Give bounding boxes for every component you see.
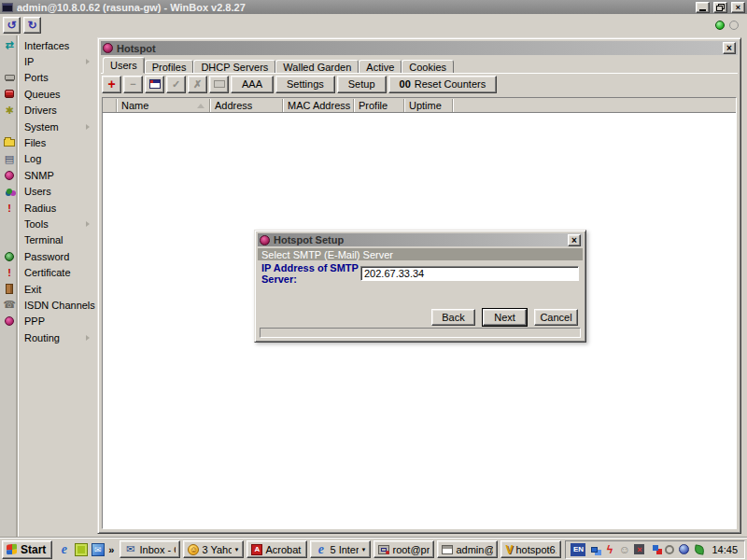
cross-icon: ✗ — [193, 78, 202, 91]
sidebar-item-files[interactable]: Files — [0, 134, 94, 150]
squares-app-icon[interactable] — [648, 543, 660, 555]
sidebar-item-system[interactable]: System — [0, 119, 94, 134]
sidebar-item-interfaces[interactable]: ⇄ Interfaces — [0, 37, 94, 53]
disconnected-app-icon[interactable]: × — [633, 543, 645, 555]
undo-icon: ↺ — [7, 19, 16, 32]
taskbar-button-inbox[interactable]: ✉ Inbox - O... — [120, 540, 180, 558]
hotspot-close-button[interactable]: × — [723, 42, 736, 54]
enable-button[interactable]: ✓ — [166, 76, 186, 93]
sidebar-item-isdn-channels[interactable]: ☎ ISDN Channels — [0, 297, 94, 313]
reset-counters-button[interactable]: 00 Reset Counters — [388, 76, 498, 93]
submenu-arrow-icon — [86, 124, 90, 130]
column-header-profile[interactable]: Profile — [354, 99, 404, 112]
red-x-icon: × — [634, 544, 644, 554]
network-connections-icon[interactable] — [588, 543, 600, 555]
taskbar-button-label: hotspot6.... — [515, 544, 557, 555]
hotspot-tabs: Users Profiles DHCP Servers Walled Garde… — [101, 57, 738, 74]
sidebar-item-ppp[interactable]: PPP — [0, 314, 94, 329]
column-label: MAC Address — [288, 100, 350, 111]
sidebar-item-log[interactable]: ▤ Log — [0, 151, 94, 167]
tab-profiles[interactable]: Profiles — [145, 60, 194, 74]
column-header-uptime[interactable]: Uptime — [404, 99, 453, 112]
next-button[interactable]: Next — [483, 309, 527, 326]
window-icon — [442, 545, 453, 554]
new-window-button[interactable] — [145, 76, 164, 93]
windows-logo-icon — [7, 543, 17, 554]
redo-button[interactable]: ↻ — [23, 17, 41, 34]
quick-launch-icon-green[interactable] — [74, 542, 88, 556]
remove-button[interactable]: − — [123, 76, 143, 93]
sidebar-item-ports[interactable]: Ports — [0, 70, 94, 86]
sidebar-item-snmp[interactable]: SNMP — [0, 167, 94, 183]
sidebar-item-radius[interactable]: ! Radius — [0, 200, 94, 216]
tab-users[interactable]: Users — [103, 57, 145, 74]
dropdown-arrow-icon: ▼ — [361, 547, 367, 553]
internet-explorer-icon[interactable]: e — [57, 542, 71, 556]
sidebar-item-label: System — [19, 121, 59, 133]
sidebar: ⇄ Interfaces IP Ports Queues ✱ — [0, 35, 94, 538]
comment-button[interactable] — [209, 76, 229, 93]
sidebar-item-label: Drivers — [19, 105, 57, 116]
tab-label: Users — [110, 60, 137, 71]
tab-active[interactable]: Active — [359, 60, 402, 74]
tab-dhcp-servers[interactable]: DHCP Servers — [193, 60, 275, 74]
sidebar-item-tools[interactable]: Tools — [0, 216, 94, 231]
column-header-selector[interactable] — [103, 99, 117, 112]
close-button[interactable]: × — [731, 2, 745, 13]
minimize-button[interactable] — [696, 2, 710, 13]
antivirus-icon[interactable] — [693, 543, 705, 555]
start-button[interactable]: Start — [2, 540, 52, 559]
sidebar-item-password[interactable]: Password — [0, 248, 94, 264]
sidebar-item-ip[interactable]: IP — [0, 53, 94, 69]
taskbar-button-winbox[interactable]: admin@10... — [437, 540, 498, 558]
taskbar-button-label: 3 Yahoo!... — [202, 544, 231, 555]
column-header-name[interactable]: Name — [117, 99, 210, 112]
sidebar-item-certificate[interactable]: ! Certificate — [0, 264, 94, 280]
globe-app-icon[interactable] — [678, 543, 690, 555]
taskbar-button-acrobat[interactable]: A Acrobat R... — [247, 540, 307, 558]
setup-button[interactable]: Setup — [337, 76, 387, 93]
outlook-express-icon[interactable]: ✉ — [91, 542, 105, 556]
undo-button[interactable]: ↺ — [3, 17, 21, 34]
column-header-address[interactable]: Address — [210, 99, 283, 112]
hotspot-titlebar[interactable]: Hotspot × — [101, 41, 738, 55]
column-header-mac-address[interactable]: MAC Address — [283, 99, 354, 112]
taskbar-button-hotspot6[interactable]: V hotspot6.... — [500, 540, 561, 558]
ring-app-icon[interactable] — [663, 543, 675, 555]
taskbar-button-root-terminal[interactable]: root@pro... — [374, 540, 434, 558]
taskbar: Start e ✉ » ✉ Inbox - O... ☺ 3 Yahoo!...… — [0, 538, 747, 560]
folder-icon — [214, 80, 225, 88]
smtp-address-input[interactable] — [360, 266, 579, 281]
lightning-app-icon[interactable]: ϟ — [603, 543, 615, 555]
sidebar-item-queues[interactable]: Queues — [0, 86, 94, 102]
quick-launch-overflow-chevron[interactable]: » — [107, 544, 115, 555]
taskbar-clock[interactable]: 14:45 — [708, 544, 740, 555]
sidebar-item-users[interactable]: Users — [0, 184, 94, 200]
sidebar-item-exit[interactable]: Exit — [0, 281, 94, 297]
log-icon: ▤ — [0, 153, 19, 165]
dialog-close-button[interactable]: × — [568, 234, 581, 246]
tab-walled-garden[interactable]: Walled Garden — [275, 60, 359, 74]
messenger-tray-icon[interactable]: ☺ — [618, 543, 630, 555]
taskbar-button-label: Inbox - O... — [139, 544, 176, 555]
close-icon: × — [726, 43, 732, 53]
sidebar-item-terminal[interactable]: Terminal — [0, 232, 94, 248]
computer-icon — [378, 545, 389, 554]
back-button[interactable]: Back — [431, 309, 475, 326]
dialog-titlebar[interactable]: Hotspot Setup × — [258, 233, 583, 246]
dialog-title: Hotspot Setup — [274, 234, 564, 245]
aaa-button[interactable]: AAA — [231, 76, 274, 93]
language-indicator[interactable]: EN — [571, 543, 585, 556]
settings-button[interactable]: Settings — [275, 76, 335, 93]
sidebar-item-routing[interactable]: Routing — [0, 329, 94, 345]
taskbar-button-yahoo[interactable]: ☺ 3 Yahoo!... ▼ — [183, 540, 244, 558]
sidebar-item-drivers[interactable]: ✱ Drivers — [0, 103, 94, 119]
add-button[interactable]: + — [102, 76, 121, 93]
restore-button[interactable] — [713, 2, 727, 13]
taskbar-button-internet-group[interactable]: e 5 Intern... ▼ — [310, 540, 371, 558]
disable-button[interactable]: ✗ — [188, 76, 207, 93]
taskbar-button-label: root@pro... — [392, 544, 430, 555]
tab-cookies[interactable]: Cookies — [402, 60, 454, 74]
cancel-button[interactable]: Cancel — [534, 309, 578, 326]
hotspot-icon — [103, 43, 113, 53]
